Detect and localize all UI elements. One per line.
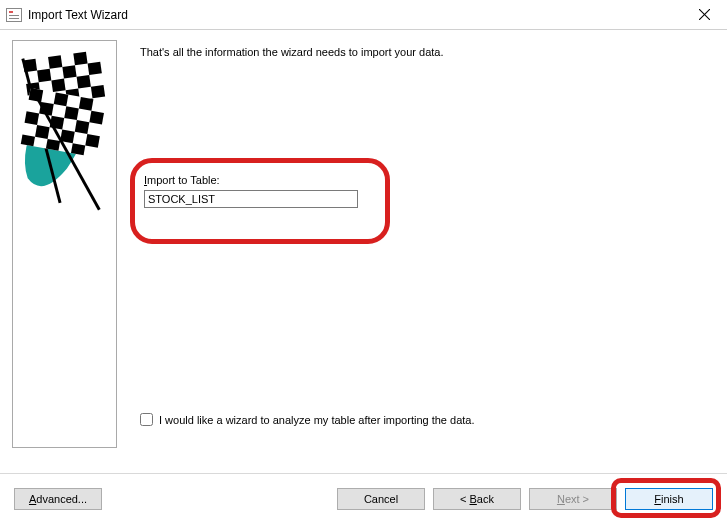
wizard-content: That's all the information the wizard ne…	[0, 30, 727, 473]
import-to-table-input[interactable]	[144, 190, 358, 208]
wizard-footer: Advanced... Cancel < Back Next > Finish	[0, 473, 727, 523]
svg-rect-8	[88, 62, 102, 75]
close-button[interactable]	[682, 0, 727, 30]
analyze-checkbox[interactable]	[140, 413, 153, 426]
window-title: Import Text Wizard	[28, 8, 682, 22]
intro-text: That's all the information the wizard ne…	[140, 46, 715, 58]
advanced-button[interactable]: Advanced...	[14, 488, 102, 510]
svg-rect-10	[51, 79, 65, 92]
svg-rect-29	[35, 125, 50, 139]
svg-rect-22	[79, 97, 94, 111]
checkered-flag-graphic	[13, 41, 116, 218]
svg-rect-11	[77, 75, 91, 88]
svg-rect-28	[75, 120, 90, 134]
analyze-checkbox-label: I would like a wizard to analyze my tabl…	[159, 414, 475, 426]
svg-rect-26	[25, 111, 40, 125]
svg-rect-6	[37, 69, 51, 82]
analyze-checkbox-row: I would like a wizard to analyze my tabl…	[140, 413, 475, 426]
svg-rect-7	[62, 65, 76, 78]
wizard-graphic-panel	[12, 40, 117, 448]
cancel-button[interactable]: Cancel	[337, 488, 425, 510]
svg-rect-5	[73, 52, 87, 65]
close-icon	[699, 9, 710, 20]
next-button: Next >	[529, 488, 617, 510]
svg-rect-25	[89, 111, 104, 125]
svg-rect-24	[64, 106, 79, 120]
back-button[interactable]: < Back	[433, 488, 521, 510]
svg-rect-21	[54, 93, 69, 107]
svg-rect-31	[85, 134, 100, 148]
title-bar: Import Text Wizard	[0, 0, 727, 30]
finish-button[interactable]: Finish	[625, 488, 713, 510]
import-to-table-label: Import to Table:	[144, 174, 220, 186]
intro-text-label: That's all the information the wizard ne…	[140, 46, 444, 58]
svg-rect-4	[48, 55, 62, 68]
app-icon	[6, 8, 22, 22]
svg-rect-14	[91, 85, 105, 98]
